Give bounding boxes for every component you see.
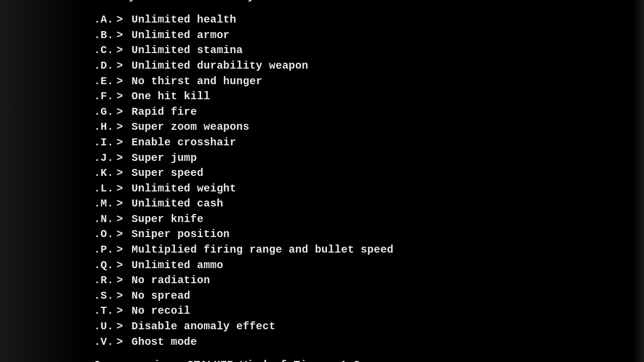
menu-item-key: .R. [94,273,116,288]
menu-item[interactable]: .D. > Unlimited durability weapon [94,58,550,73]
menu-item-arrow: > [116,74,131,89]
menu-item-label: Super speed [131,166,203,181]
menu-item-label: Disable anomaly effect [131,319,275,334]
menu-item-key: .G. [94,105,116,120]
menu-item[interactable]: .P. > Multiplied firing range and bullet… [94,242,550,257]
menu-item-key: .M. [94,196,116,211]
menu-item-label: Enable crosshair [131,135,236,150]
menu-item[interactable]: .J. > Super jump [94,151,550,166]
menu-item-arrow: > [116,227,131,242]
menu-item-key: .P. [94,242,116,257]
menu-item-label: Ghost mode [131,335,197,350]
menu-item-arrow: > [116,335,131,350]
menu-item-label: Unlimited health [131,12,236,27]
menu-item[interactable]: .C. > Unlimited stamina [94,43,550,58]
menu-item[interactable]: .Q. > Unlimited ammo [94,258,550,273]
menu-item[interactable]: .B. > Unlimited armor [94,28,550,43]
menu-item-key: .L. [94,181,116,196]
menu-item-label: No thirst and hunger [131,74,262,89]
menu-item-arrow: > [116,166,131,181]
menu-item[interactable]: .L. > Unlimited weight [94,181,550,196]
menu-item-arrow: > [116,58,131,73]
menu-item-key: .K. [94,166,116,181]
menu-item-label: Unlimited cash [131,196,223,211]
menu-item-arrow: > [116,89,131,104]
menu-item[interactable]: .S. > No spread [94,289,550,304]
menu-item-label: Unlimited ammo [131,258,223,273]
menu-item[interactable]: .U. > Disable anomaly effect [94,319,550,334]
menu-item-label: No radiation [131,273,210,288]
menu-item-label: Unlimited stamina [131,43,243,58]
menu-item[interactable]: .V. > Ghost mode [94,335,550,350]
menu-item[interactable]: .G. > Rapid fire [94,105,550,120]
menu-item-key: .J. [94,151,116,166]
menu-item[interactable]: .T. > No recoil [94,304,550,319]
menu-item-key: .C. [94,43,116,58]
menu-item-arrow: > [116,151,131,166]
menu-item-key: .H. [94,120,116,135]
menu-item-label: Unlimited weight [131,181,236,196]
menu-item[interactable]: .A. > Unlimited health [94,12,550,27]
menu-item-key: .O. [94,227,116,242]
menu-item-label: Multiplied firing range and bullet speed [131,242,393,257]
menu-item-arrow: > [116,212,131,227]
menu-item-label: Super knife [131,212,203,227]
menu-item-arrow: > [116,135,131,150]
menu-item-label: Rapid fire [131,105,197,120]
menu-list: .A. > Unlimited health.B. > Unlimited ar… [94,12,550,349]
menu-item[interactable]: .F. > One hit kill [94,89,550,104]
menu-item[interactable]: .E. > No thirst and hunger [94,74,550,89]
menu-item-label: One hit kill [131,89,210,104]
menu-item-label: Unlimited armor [131,28,230,43]
menu-item[interactable]: .O. > Sniper position [94,227,550,242]
menu-item[interactable]: .H. > Super zoom weapons [94,120,550,135]
menu-item-arrow: > [116,28,131,43]
menu-item-key: .Q. [94,258,116,273]
menu-item-arrow: > [116,289,131,304]
menu-item-key: .T. [94,304,116,319]
menu-item[interactable]: .K. > Super speed [94,166,550,181]
menu-item-arrow: > [116,196,131,211]
menu-item-key: .E. [94,74,116,89]
menu-item[interactable]: .N. > Super knife [94,212,550,227]
menu-item-arrow: > [116,258,131,273]
game-version: Game version: STALKER Wind of Time - 1.3 [94,358,550,362]
menu-item-arrow: > [116,304,131,319]
menu-item-label: Super zoom weapons [131,120,250,135]
menu-item-label: Sniper position [131,227,230,242]
menu-item-key: .A. [94,12,116,27]
menu-item-arrow: > [116,120,131,135]
hotkeys-header: Hotkeys: Alt + menu key [94,0,550,5]
menu-item-key: .I. [94,135,116,150]
menu-item-arrow: > [116,43,131,58]
menu-item-label: Super jump [131,151,197,166]
menu-item-arrow: > [116,319,131,334]
menu-item-arrow: > [116,181,131,196]
menu-item-key: .S. [94,289,116,304]
menu-item-key: .N. [94,212,116,227]
screen: Hotkeys: Alt + menu key .A. > Unlimited … [0,0,644,362]
menu-item-arrow: > [116,12,131,27]
menu-item-key: .V. [94,335,116,350]
menu-item-label: Unlimited durability weapon [131,58,308,73]
menu-item-arrow: > [116,242,131,257]
menu-item-label: No spread [131,289,191,304]
menu-item-key: .U. [94,319,116,334]
menu-item[interactable]: .I. > Enable crosshair [94,135,550,150]
menu-item-label: No recoil [131,304,191,319]
menu-item-arrow: > [116,105,131,120]
main-content: Hotkeys: Alt + menu key .A. > Unlimited … [0,0,644,362]
menu-item[interactable]: .M. > Unlimited cash [94,196,550,211]
menu-item-arrow: > [116,273,131,288]
menu-item-key: .B. [94,28,116,43]
menu-item-key: .D. [94,58,116,73]
menu-item[interactable]: .R. > No radiation [94,273,550,288]
menu-item-key: .F. [94,89,116,104]
